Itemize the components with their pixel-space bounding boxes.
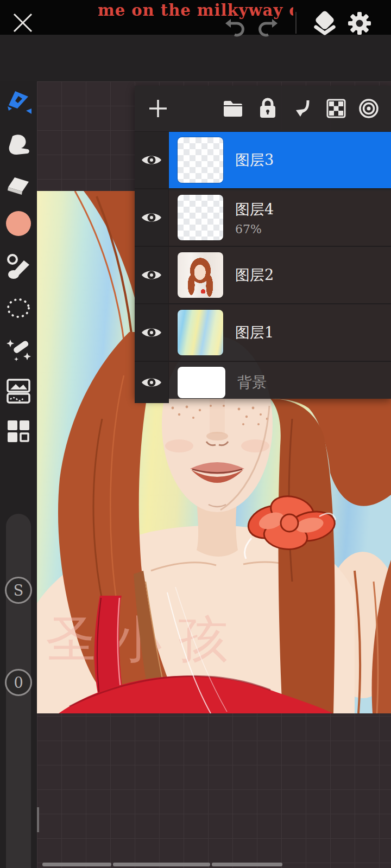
transparency-toggle-button[interactable]	[324, 96, 349, 121]
plus-icon	[147, 98, 169, 119]
add-layer-button[interactable]	[146, 96, 171, 121]
materials-tool-button[interactable]	[0, 375, 37, 407]
smudge-tool-button[interactable]	[0, 129, 37, 162]
layer-name: 背景	[237, 373, 267, 392]
layer-name: 图层2	[235, 265, 274, 285]
layer-thumbnail[interactable]	[178, 252, 223, 298]
topbar-divider	[295, 12, 297, 34]
eraser-icon	[6, 173, 31, 198]
smudge-finger-icon	[6, 133, 31, 158]
layers-icon	[312, 10, 338, 37]
onion-skin-button[interactable]	[356, 96, 381, 121]
layers-panel-button[interactable]	[312, 10, 338, 37]
layer-row[interactable]: 图层1	[135, 304, 391, 362]
checkerboard-icon	[326, 98, 346, 119]
brush-opacity-label: 0	[14, 674, 23, 691]
layer-thumbnail[interactable]	[178, 367, 225, 398]
layer-opacity: 67%	[235, 222, 274, 236]
brush-size-slider[interactable]: S	[5, 577, 32, 604]
eye-icon	[141, 375, 162, 390]
eye-icon	[141, 267, 162, 283]
layer-visibility-toggle[interactable]	[135, 132, 169, 188]
title-watermark: me on the milkyway of sta	[98, 1, 293, 23]
layer-visibility-toggle[interactable]	[135, 304, 169, 361]
brush-opacity-slider[interactable]: 0	[5, 669, 32, 696]
eye-icon	[141, 325, 162, 340]
layer-thumbnail[interactable]	[178, 137, 223, 183]
folder-icon	[222, 99, 244, 118]
layer-row[interactable]: 图层3	[135, 132, 391, 189]
layer-folder-button[interactable]	[220, 96, 245, 121]
brush-tool-button[interactable]	[0, 251, 37, 283]
onion-skin-icon	[358, 98, 380, 119]
layer-visibility-toggle[interactable]	[135, 189, 169, 246]
horizontal-scrollbar-segment[interactable]	[42, 863, 111, 866]
layer-row[interactable]: 图层2	[135, 247, 391, 304]
brush-size-label: S	[14, 582, 24, 599]
layer-name: 图层1	[235, 323, 274, 342]
layers-panel-header	[135, 86, 391, 132]
horizontal-scrollbar-segment[interactable]	[212, 863, 282, 866]
lock-layer-button[interactable]	[255, 96, 280, 121]
materials-panel-icon	[6, 378, 31, 405]
magic-wand-icon	[5, 337, 31, 363]
layer-visibility-toggle[interactable]	[135, 362, 169, 403]
eraser-tool-button[interactable]	[0, 169, 37, 202]
layer-visibility-toggle[interactable]	[135, 247, 169, 303]
merge-down-button[interactable]	[290, 96, 315, 121]
vertical-scrollbar[interactable]	[37, 807, 39, 832]
color-swatch-button[interactable]	[0, 207, 37, 240]
settings-button[interactable]	[346, 10, 373, 37]
close-icon	[11, 11, 34, 34]
top-app-bar	[0, 35, 391, 81]
pen-icon	[4, 87, 33, 117]
grid-layout-icon	[7, 419, 30, 443]
gear-icon	[347, 11, 372, 36]
pen-tool-button[interactable]	[0, 86, 37, 118]
layer-name: 图层4	[235, 200, 274, 219]
layer-row[interactable]: 图层4 67%	[135, 189, 391, 247]
paintbrush-icon	[5, 254, 31, 280]
lasso-select-icon	[5, 296, 31, 320]
magic-wand-tool-button[interactable]	[0, 334, 37, 367]
layer-name: 图层3	[235, 150, 274, 170]
eye-icon	[141, 152, 162, 168]
layers-panel: 图层3 图层4 67% 图层2	[135, 86, 391, 399]
lock-icon	[258, 98, 277, 119]
workspace-grid-button[interactable]	[0, 415, 37, 448]
lasso-tool-button[interactable]	[0, 292, 37, 324]
layer-row[interactable]: 背景	[135, 362, 391, 403]
layer-thumbnail[interactable]	[178, 310, 223, 355]
merge-down-icon	[293, 98, 312, 119]
eye-icon	[141, 210, 162, 225]
close-button[interactable]	[9, 8, 37, 38]
layer-thumbnail[interactable]	[178, 195, 223, 240]
current-color-swatch	[6, 211, 31, 236]
horizontal-scrollbar-segment[interactable]	[113, 863, 210, 866]
tool-sidebar: S 0	[0, 81, 37, 868]
